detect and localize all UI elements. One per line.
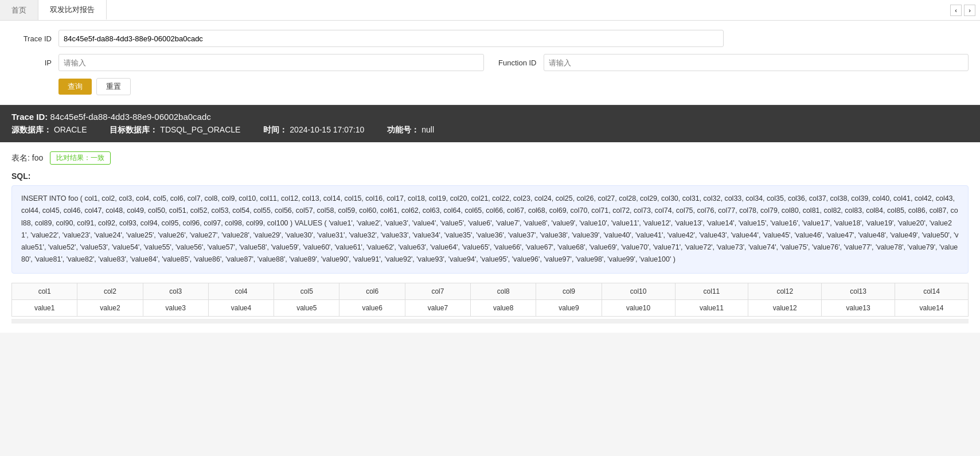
banner-function: 功能号： null bbox=[387, 125, 434, 135]
horizontal-scrollbar[interactable] bbox=[11, 319, 969, 324]
banner-source-db: 源数据库： ORACLE bbox=[11, 125, 87, 135]
trace-id-label: Trace ID bbox=[11, 34, 52, 43]
table-header-cell: col1 bbox=[12, 283, 77, 299]
banner-trace-id-label: Trace ID: bbox=[11, 112, 48, 122]
banner-target-db: 目标数据库： TDSQL_PG_ORACLE bbox=[110, 125, 240, 135]
sql-content-box[interactable]: INSERT INTO foo ( col1, col2, col3, col4… bbox=[11, 185, 969, 274]
table-header-cell: col7 bbox=[405, 283, 470, 299]
tab-home[interactable]: 首页 bbox=[0, 0, 38, 20]
ip-label: IP bbox=[11, 59, 52, 67]
table-header-cell: col6 bbox=[339, 283, 405, 299]
tab-prev-button[interactable]: ‹ bbox=[950, 5, 962, 16]
tab-next-button[interactable]: › bbox=[964, 5, 975, 16]
table-header-cell: col3 bbox=[143, 283, 208, 299]
function-id-input[interactable] bbox=[544, 54, 969, 71]
tab-nav-buttons: ‹ › bbox=[950, 5, 980, 16]
table-data-cell: value9 bbox=[536, 299, 602, 316]
banner-info-line: 源数据库： ORACLE 目标数据库： TDSQL_PG_ORACLE 时间： … bbox=[11, 125, 969, 135]
table-header-cell: col12 bbox=[748, 283, 822, 299]
table-header-cell: col9 bbox=[536, 283, 602, 299]
tab-bar: 首页 双发比对报告 ‹ › bbox=[0, 0, 980, 21]
content-area: Trace ID: 84c45e5f-da88-4dd3-88e9-06002b… bbox=[0, 105, 980, 333]
trace-id-input[interactable] bbox=[58, 30, 724, 47]
compare-result-badge: 比对结果：一致 bbox=[50, 151, 111, 165]
table-title-row: 表名: foo 比对结果：一致 bbox=[11, 151, 969, 165]
data-table-wrapper: col1col2col3col4col5col6col7col8col9col1… bbox=[11, 283, 969, 317]
tab-dual-report[interactable]: 双发比对报告 bbox=[38, 0, 107, 20]
banner-trace-id-value: 84c45e5f-da88-4dd3-88e9-06002ba0cadc bbox=[50, 112, 211, 122]
table-body: value1value2value3value4value5value6valu… bbox=[12, 299, 969, 316]
form-buttons: 查询 重置 bbox=[58, 78, 969, 95]
table-data-cell: value6 bbox=[339, 299, 405, 316]
table-header-cell: col10 bbox=[602, 283, 675, 299]
table-row: value1value2value3value4value5value6valu… bbox=[12, 299, 969, 316]
table-header: col1col2col3col4col5col6col7col8col9col1… bbox=[12, 283, 969, 299]
table-header-row: col1col2col3col4col5col6col7col8col9col1… bbox=[12, 283, 969, 299]
trace-id-row: Trace ID bbox=[11, 30, 969, 47]
table-data-cell: value12 bbox=[748, 299, 822, 316]
table-data-cell: value5 bbox=[274, 299, 339, 316]
table-section: 表名: foo 比对结果：一致 SQL: INSERT INTO foo ( c… bbox=[0, 142, 980, 333]
table-data-cell: value14 bbox=[895, 299, 968, 316]
table-data-cell: value7 bbox=[405, 299, 470, 316]
reset-button[interactable]: 重置 bbox=[96, 78, 131, 95]
form-area: Trace ID IP Function ID 查询 重置 bbox=[0, 21, 980, 105]
table-data-cell: value3 bbox=[143, 299, 208, 316]
table-data-cell: value8 bbox=[471, 299, 536, 316]
table-data-cell: value10 bbox=[602, 299, 675, 316]
table-header-cell: col4 bbox=[208, 283, 274, 299]
data-table: col1col2col3col4col5col6col7col8col9col1… bbox=[11, 283, 969, 317]
table-data-cell: value13 bbox=[822, 299, 895, 316]
table-header-cell: col2 bbox=[77, 283, 143, 299]
banner-time: 时间： 2024-10-15 17:07:10 bbox=[263, 125, 364, 135]
table-header-cell: col13 bbox=[822, 283, 895, 299]
table-data-cell: value4 bbox=[208, 299, 274, 316]
ip-input[interactable] bbox=[58, 54, 484, 71]
table-header-cell: col14 bbox=[895, 283, 968, 299]
table-data-cell: value1 bbox=[12, 299, 77, 316]
table-header-cell: col8 bbox=[471, 283, 536, 299]
table-header-cell: col11 bbox=[675, 283, 748, 299]
table-data-cell: value11 bbox=[675, 299, 748, 316]
ip-function-row: IP Function ID bbox=[11, 54, 969, 71]
table-data-cell: value2 bbox=[77, 299, 143, 316]
query-button[interactable]: 查询 bbox=[58, 79, 92, 95]
table-header-cell: col5 bbox=[274, 283, 339, 299]
trace-banner: Trace ID: 84c45e5f-da88-4dd3-88e9-06002b… bbox=[0, 105, 980, 142]
table-name-label: 表名: foo bbox=[11, 153, 43, 163]
banner-trace-id-line: Trace ID: 84c45e5f-da88-4dd3-88e9-06002b… bbox=[11, 112, 969, 122]
sql-label: SQL: bbox=[11, 172, 969, 181]
function-id-label: Function ID bbox=[491, 59, 537, 67]
